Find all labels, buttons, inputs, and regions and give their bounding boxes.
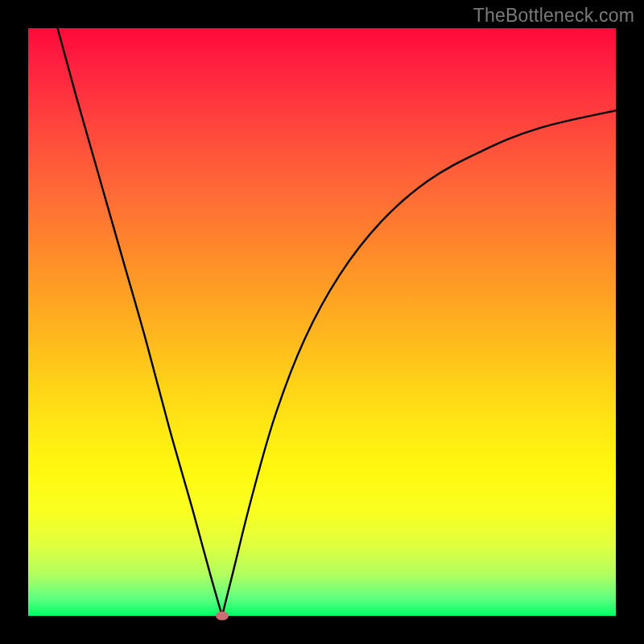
plot-area	[28, 28, 616, 616]
curve-right-branch	[222, 110, 616, 616]
minimum-marker-icon	[216, 612, 229, 621]
watermark-text: TheBottleneck.com	[473, 5, 634, 27]
curve-left-branch	[58, 28, 222, 616]
curve-svg	[28, 28, 616, 616]
